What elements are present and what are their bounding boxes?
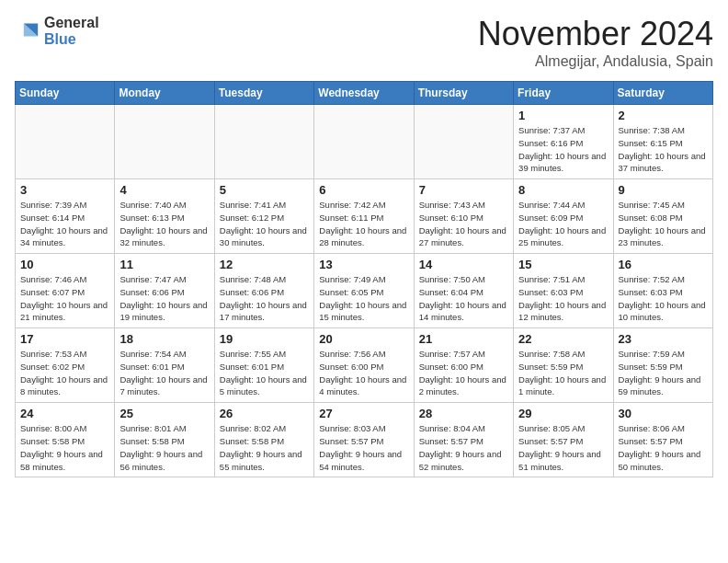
calendar-cell: 29Sunrise: 8:05 AM Sunset: 5:57 PM Dayli… [514, 403, 613, 477]
logo-blue: Blue [44, 31, 99, 48]
day-number: 24 [20, 407, 109, 420]
day-info: Sunrise: 8:05 AM Sunset: 5:57 PM Dayligh… [518, 422, 608, 473]
day-number: 7 [419, 183, 508, 197]
day-number: 9 [619, 183, 708, 197]
calendar-cell [314, 105, 414, 179]
calendar-cell [16, 105, 115, 179]
header-friday: Friday [514, 82, 613, 105]
calendar-week-4: 24Sunrise: 8:00 AM Sunset: 5:58 PM Dayli… [16, 403, 713, 477]
calendar-cell: 10Sunrise: 7:46 AM Sunset: 6:07 PM Dayli… [16, 254, 115, 328]
calendar-cell: 11Sunrise: 7:47 AM Sunset: 6:06 PM Dayli… [115, 254, 214, 328]
calendar-cell: 28Sunrise: 8:04 AM Sunset: 5:57 PM Dayli… [414, 403, 513, 477]
day-info: Sunrise: 7:53 AM Sunset: 6:02 PM Dayligh… [20, 348, 109, 398]
day-number: 10 [20, 258, 109, 271]
header-monday: Monday [115, 82, 214, 105]
calendar-cell: 24Sunrise: 8:00 AM Sunset: 5:58 PM Dayli… [16, 403, 115, 477]
header-tuesday: Tuesday [214, 82, 313, 105]
header-sunday: Sunday [16, 82, 115, 105]
day-info: Sunrise: 7:44 AM Sunset: 6:09 PM Dayligh… [518, 199, 608, 249]
calendar-cell: 23Sunrise: 7:59 AM Sunset: 5:59 PM Dayli… [613, 328, 712, 403]
day-number: 13 [319, 258, 408, 271]
header-saturday: Saturday [613, 82, 712, 105]
calendar-cell: 9Sunrise: 7:45 AM Sunset: 6:08 PM Daylig… [613, 179, 712, 254]
day-number: 23 [619, 332, 708, 346]
day-number: 22 [518, 332, 608, 346]
day-info: Sunrise: 7:45 AM Sunset: 6:08 PM Dayligh… [619, 199, 708, 249]
calendar-table: SundayMondayTuesdayWednesdayThursdayFrid… [15, 81, 713, 477]
day-info: Sunrise: 7:52 AM Sunset: 6:03 PM Dayligh… [619, 273, 708, 324]
calendar-week-2: 10Sunrise: 7:46 AM Sunset: 6:07 PM Dayli… [16, 254, 713, 328]
day-info: Sunrise: 7:48 AM Sunset: 6:06 PM Dayligh… [220, 273, 309, 324]
calendar-cell: 1Sunrise: 7:37 AM Sunset: 6:16 PM Daylig… [514, 105, 613, 179]
calendar-cell: 25Sunrise: 8:01 AM Sunset: 5:58 PM Dayli… [115, 403, 214, 477]
day-info: Sunrise: 7:46 AM Sunset: 6:07 PM Dayligh… [20, 273, 109, 324]
day-info: Sunrise: 7:40 AM Sunset: 6:13 PM Dayligh… [119, 199, 209, 249]
calendar-cell: 4Sunrise: 7:40 AM Sunset: 6:13 PM Daylig… [115, 179, 214, 254]
calendar-cell: 14Sunrise: 7:50 AM Sunset: 6:04 PM Dayli… [414, 254, 513, 328]
day-info: Sunrise: 8:06 AM Sunset: 5:57 PM Dayligh… [619, 422, 708, 473]
day-info: Sunrise: 7:57 AM Sunset: 6:00 PM Dayligh… [419, 348, 508, 398]
calendar-cell: 20Sunrise: 7:56 AM Sunset: 6:00 PM Dayli… [314, 328, 414, 403]
day-number: 6 [319, 183, 408, 197]
day-info: Sunrise: 7:38 AM Sunset: 6:15 PM Dayligh… [619, 124, 708, 175]
day-number: 14 [419, 258, 508, 271]
day-info: Sunrise: 7:56 AM Sunset: 6:00 PM Dayligh… [319, 348, 408, 398]
calendar-cell: 15Sunrise: 7:51 AM Sunset: 6:03 PM Dayli… [514, 254, 613, 328]
calendar-week-0: 1Sunrise: 7:37 AM Sunset: 6:16 PM Daylig… [16, 105, 713, 179]
day-number: 11 [119, 258, 209, 271]
calendar-cell: 22Sunrise: 7:58 AM Sunset: 5:59 PM Dayli… [514, 328, 613, 403]
day-number: 1 [518, 109, 608, 122]
calendar-cell: 16Sunrise: 7:52 AM Sunset: 6:03 PM Dayli… [613, 254, 712, 328]
day-info: Sunrise: 8:01 AM Sunset: 5:58 PM Dayligh… [119, 422, 209, 473]
calendar-cell: 27Sunrise: 8:03 AM Sunset: 5:57 PM Dayli… [314, 403, 414, 477]
day-info: Sunrise: 7:41 AM Sunset: 6:12 PM Dayligh… [220, 199, 309, 249]
logo-general: General [44, 15, 99, 31]
day-info: Sunrise: 7:43 AM Sunset: 6:10 PM Dayligh… [419, 199, 508, 249]
calendar-cell [414, 105, 513, 179]
day-number: 30 [619, 407, 708, 420]
day-number: 18 [119, 332, 209, 346]
calendar-cell: 3Sunrise: 7:39 AM Sunset: 6:14 PM Daylig… [16, 179, 115, 254]
day-number: 16 [619, 258, 708, 271]
day-number: 17 [20, 332, 109, 346]
header-thursday: Thursday [414, 82, 513, 105]
day-number: 12 [220, 258, 309, 271]
calendar-cell [115, 105, 214, 179]
day-number: 27 [319, 407, 408, 420]
day-info: Sunrise: 8:03 AM Sunset: 5:57 PM Dayligh… [319, 422, 408, 473]
day-number: 20 [319, 332, 408, 346]
day-number: 3 [20, 183, 109, 197]
day-info: Sunrise: 8:04 AM Sunset: 5:57 PM Dayligh… [419, 422, 508, 473]
calendar-cell: 2Sunrise: 7:38 AM Sunset: 6:15 PM Daylig… [613, 105, 712, 179]
day-number: 2 [619, 109, 708, 122]
calendar-cell [214, 105, 313, 179]
day-number: 25 [119, 407, 209, 420]
calendar-cell: 7Sunrise: 7:43 AM Sunset: 6:10 PM Daylig… [414, 179, 513, 254]
calendar-week-3: 17Sunrise: 7:53 AM Sunset: 6:02 PM Dayli… [16, 328, 713, 403]
calendar-cell: 18Sunrise: 7:54 AM Sunset: 6:01 PM Dayli… [115, 328, 214, 403]
day-number: 21 [419, 332, 508, 346]
day-info: Sunrise: 7:47 AM Sunset: 6:06 PM Dayligh… [119, 273, 209, 324]
day-info: Sunrise: 7:54 AM Sunset: 6:01 PM Dayligh… [119, 348, 209, 398]
calendar-cell: 19Sunrise: 7:55 AM Sunset: 6:01 PM Dayli… [214, 328, 313, 403]
day-info: Sunrise: 7:37 AM Sunset: 6:16 PM Dayligh… [518, 124, 608, 175]
calendar-cell: 21Sunrise: 7:57 AM Sunset: 6:00 PM Dayli… [414, 328, 513, 403]
day-info: Sunrise: 7:51 AM Sunset: 6:03 PM Dayligh… [518, 273, 608, 324]
month-title: November 2024 [478, 15, 713, 53]
calendar-cell: 17Sunrise: 7:53 AM Sunset: 6:02 PM Dayli… [16, 328, 115, 403]
day-number: 15 [518, 258, 608, 271]
day-number: 26 [220, 407, 309, 420]
header-wednesday: Wednesday [314, 82, 414, 105]
calendar-week-1: 3Sunrise: 7:39 AM Sunset: 6:14 PM Daylig… [16, 179, 713, 254]
day-number: 4 [119, 183, 209, 197]
day-info: Sunrise: 7:42 AM Sunset: 6:11 PM Dayligh… [319, 199, 408, 249]
logo: General Blue [15, 15, 99, 47]
day-number: 8 [518, 183, 608, 197]
calendar-cell: 8Sunrise: 7:44 AM Sunset: 6:09 PM Daylig… [514, 179, 613, 254]
day-info: Sunrise: 7:58 AM Sunset: 5:59 PM Dayligh… [518, 348, 608, 398]
calendar-cell: 6Sunrise: 7:42 AM Sunset: 6:11 PM Daylig… [314, 179, 414, 254]
day-number: 5 [220, 183, 309, 197]
calendar-cell: 13Sunrise: 7:49 AM Sunset: 6:05 PM Dayli… [314, 254, 414, 328]
calendar-header-row: SundayMondayTuesdayWednesdayThursdayFrid… [16, 82, 713, 105]
page-header: General Blue November 2024 Almegijar, An… [15, 15, 713, 70]
